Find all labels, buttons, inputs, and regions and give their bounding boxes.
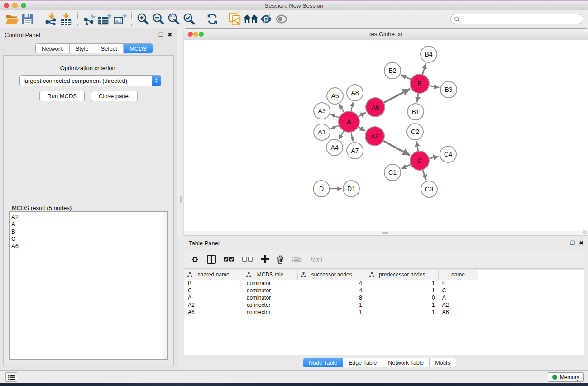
table-cell[interactable]: 1 (366, 280, 439, 287)
close-window-button[interactable] (4, 3, 9, 8)
table-row[interactable]: A2connector11A2 (184, 301, 584, 309)
graph-edge[interactable] (351, 133, 353, 142)
zoom-in-icon[interactable] (135, 12, 151, 26)
mcds-result-list[interactable]: A2ABCA6 (9, 211, 168, 360)
table-row[interactable]: A6connector11A6 (184, 309, 584, 316)
delete-table-icon[interactable] (292, 256, 302, 262)
show-graphics-details-icon[interactable] (274, 12, 289, 26)
table-cell[interactable]: 4 (297, 287, 366, 294)
table-cell[interactable]: A6 (184, 309, 243, 316)
result-item[interactable]: C (11, 235, 167, 243)
graph-edge[interactable] (359, 127, 365, 131)
zoom-out-icon[interactable] (151, 12, 166, 26)
column-header[interactable]: predecessor nodes (366, 270, 439, 280)
network-canvas[interactable]: AA1A2A3A4A5A6A7A8BB1B2B3B4CC1C2C3C4DD1 (184, 40, 588, 231)
graph-edge[interactable] (401, 165, 411, 169)
table-cell[interactable]: C (184, 287, 243, 294)
table-cell[interactable]: dominator (243, 287, 298, 294)
tab-motifs[interactable]: Motifs (430, 358, 455, 367)
float-table-panel-icon[interactable]: ❐ (570, 240, 575, 246)
graph-edge[interactable] (383, 141, 410, 156)
result-item[interactable]: A6 (11, 243, 167, 250)
delete-column-icon[interactable] (277, 255, 284, 264)
search-input[interactable] (460, 15, 583, 23)
tab-network-table[interactable]: Network Table (382, 358, 430, 367)
tab-edge-table[interactable]: Edge Table (343, 358, 382, 367)
graph-edge[interactable] (351, 102, 353, 111)
minimize-window-button[interactable] (12, 3, 18, 8)
graph-edge[interactable] (339, 131, 344, 139)
vertical-split-handle[interactable] (180, 196, 182, 203)
table-cell[interactable]: dominator (243, 294, 298, 301)
save-session-icon[interactable] (20, 12, 35, 26)
result-item[interactable]: A2 (11, 214, 167, 221)
graph-edge[interactable] (331, 126, 339, 129)
tab-node-table[interactable]: Node Table (303, 358, 343, 367)
network-close-button[interactable] (188, 32, 193, 37)
graph-edge[interactable] (359, 113, 366, 117)
export-table-icon[interactable] (97, 12, 112, 26)
column-header[interactable]: name (439, 270, 478, 280)
column-menu-icon[interactable] (187, 272, 192, 277)
network-maximize-button[interactable] (199, 32, 204, 37)
home-icon[interactable] (243, 12, 258, 26)
column-panel-icon[interactable] (207, 255, 216, 264)
network-window-titlebar[interactable]: testGlobe.txt (184, 29, 588, 40)
node-table[interactable]: shared nameMCDS rolesuccessor nodesprede… (184, 270, 584, 355)
column-header[interactable]: successor nodes (297, 270, 366, 280)
select-all-checks-icon[interactable] (224, 257, 234, 262)
tab-select[interactable]: Select (95, 44, 124, 53)
table-cell[interactable]: A6 (439, 309, 478, 316)
table-cell[interactable]: 0 (366, 294, 439, 301)
add-column-icon[interactable] (261, 255, 269, 263)
network-graph[interactable]: AA1A2A3A4A5A6A7A8BB1B2B3B4CC1C2C3C4DD1 (184, 40, 588, 231)
table-cell[interactable]: 1 (297, 301, 366, 309)
table-cell[interactable]: dominator (243, 280, 298, 287)
close-panel-icon[interactable]: ✖ (167, 32, 172, 38)
import-network-icon[interactable] (43, 12, 58, 26)
table-cell[interactable]: B (184, 280, 243, 287)
open-session-icon[interactable] (5, 12, 20, 26)
table-cell[interactable]: B (439, 280, 478, 287)
criterion-select[interactable]: largest connected component (directed) ▲… (19, 75, 161, 86)
graph-edge[interactable] (339, 104, 344, 112)
zoom-selected-icon[interactable] (182, 12, 197, 26)
graph-edge[interactable] (417, 94, 418, 102)
graph-edge[interactable] (422, 63, 425, 74)
result-item[interactable]: A (11, 221, 167, 228)
table-cell[interactable]: connector (243, 301, 298, 309)
table-cell[interactable]: A (184, 294, 243, 301)
resize-grip-icon[interactable] (583, 230, 587, 234)
table-row[interactable]: Bdominator41B (184, 280, 584, 287)
tab-mcds[interactable]: MCDS (124, 44, 153, 53)
graph-edge[interactable] (416, 141, 418, 151)
maximize-window-button[interactable] (21, 3, 26, 8)
deselect-all-checks-icon[interactable] (242, 257, 253, 262)
column-menu-icon[interactable] (369, 272, 374, 277)
column-menu-icon[interactable] (246, 272, 251, 277)
export-image-icon[interactable] (112, 12, 128, 26)
table-cell[interactable]: 1 (366, 301, 439, 309)
function-builder-icon[interactable]: f(x) (310, 255, 322, 264)
column-menu-icon[interactable] (301, 272, 306, 277)
search-field[interactable] (450, 14, 583, 24)
table-settings-gear-icon[interactable] (191, 255, 199, 264)
table-row[interactable]: Adominator80A (184, 294, 584, 301)
graph-edge[interactable] (429, 157, 439, 159)
table-cell[interactable]: connector (243, 309, 298, 316)
graph-edge[interactable] (384, 89, 410, 102)
tab-network[interactable]: Network (36, 44, 70, 53)
graph-edge[interactable] (330, 114, 339, 118)
new-session-icon[interactable] (228, 12, 243, 26)
export-network-icon[interactable] (81, 12, 97, 26)
refresh-icon[interactable] (205, 12, 220, 26)
close-table-panel-icon[interactable]: ✖ (579, 240, 583, 246)
table-cell[interactable]: 4 (297, 280, 366, 287)
hide-graphics-details-icon[interactable] (258, 12, 274, 26)
close-panel-button[interactable]: Close panel (91, 91, 138, 101)
hscrollbar-thumb[interactable] (382, 232, 388, 234)
tab-style[interactable]: Style (70, 44, 95, 53)
import-table-icon[interactable] (58, 12, 74, 26)
result-list-scrollbar[interactable] (163, 212, 167, 359)
zoom-fit-icon[interactable] (166, 12, 182, 26)
